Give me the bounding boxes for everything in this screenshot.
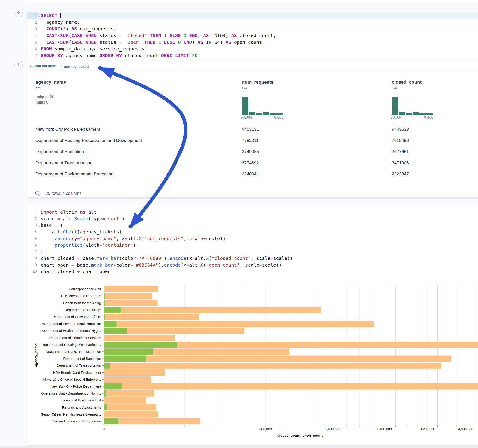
- closed-bar: [104, 307, 321, 313]
- column-stats: nulls: 0: [36, 100, 48, 105]
- line-number: 7: [27, 52, 37, 59]
- svg-text:Refunds and Adjustments: Refunds and Adjustments: [62, 406, 101, 409]
- svg-text:agency_name: agency_name: [34, 343, 38, 367]
- code-line: .encode(y="agency_name", x=alt.X("num_re…: [41, 235, 293, 242]
- line-number: 3: [27, 25, 37, 32]
- code-line: chart_closed = base.mark_bar(color="#FFC…: [41, 255, 293, 262]
- output-variable-chip[interactable]: agency_tickets: [61, 63, 89, 70]
- closed-bar: [104, 376, 151, 383]
- line-number: 7: [27, 249, 37, 255]
- column-histogram: [242, 97, 283, 115]
- open-bar: [104, 348, 153, 355]
- open-bar: [104, 300, 105, 306]
- open-bar: [104, 314, 105, 320]
- search-icon[interactable]: [34, 190, 41, 197]
- fold-chevron-icon[interactable]: ∨: [38, 13, 40, 20]
- table-cell: 2240041: [242, 168, 259, 180]
- svg-text:3,200,000: 3,200,000: [420, 427, 435, 431]
- column-stats: unique: 20: [36, 95, 54, 100]
- table-cell: Department of Housing Preservation and D…: [36, 135, 142, 146]
- table-row[interactable]: Department of Housing Preservation and D…: [33, 135, 478, 146]
- closed-bar: [104, 356, 451, 362]
- svg-text:0: 0: [103, 427, 105, 431]
- line-numbers: 1∨234567: [27, 12, 37, 59]
- svg-text:Department of Housing Preserva: Department of Housing Preservation …: [42, 343, 101, 347]
- line-number: 2: [27, 19, 37, 25]
- table-row[interactable]: Department of Sanitation37494853677651: [33, 146, 478, 157]
- closed-bar: [104, 286, 158, 292]
- column-type: i64: [392, 86, 397, 91]
- code-line: COUNT(*) AS num_requests,: [41, 25, 276, 32]
- svg-text:Department of Parks and Recrea: Department of Parks and Recreation: [46, 350, 101, 354]
- line-number: 5: [27, 235, 37, 242]
- code-line: alt.Chart(agency_tickets): [41, 229, 293, 235]
- closed-bar: [104, 314, 199, 320]
- table-row[interactable]: Department of Environmental Protection22…: [33, 168, 478, 180]
- svg-text:DHS Advantage Programs: DHS Advantage Programs: [61, 294, 101, 298]
- svg-text:800,000: 800,000: [259, 427, 272, 431]
- code-line: scale = alt.Scale(type="sqrt"): [41, 216, 293, 222]
- code-line: agency_name,: [41, 19, 276, 25]
- table-cell: Department of Transportation: [36, 157, 93, 169]
- line-number: 1: [27, 209, 37, 216]
- svg-text:Mayorâ€ s Office of Special En: Mayorâ€ s Office of Special Enforce…: [43, 378, 101, 381]
- open-bar: [104, 383, 121, 389]
- svg-text:Department of Buildings: Department of Buildings: [65, 308, 101, 312]
- column-histogram: [392, 97, 433, 115]
- table-cell: 7618456: [392, 135, 409, 146]
- svg-text:Department of Homeless Service: Department of Homeless Services: [49, 336, 101, 340]
- code-line: base = (: [41, 222, 293, 229]
- open-bar: [104, 342, 177, 348]
- line-number: 9: [27, 262, 37, 268]
- open-bar: [104, 362, 110, 369]
- column-type: str: [36, 86, 40, 91]
- svg-text:Department of Sanitation: Department of Sanitation: [63, 357, 101, 361]
- svg-text:Department of Environmental Pr: Department of Environmental Protection: [40, 322, 101, 326]
- next-cell-edge: [0, 446, 478, 448]
- line-number: 4: [27, 32, 37, 39]
- add-cell-button[interactable]: +: [14, 61, 23, 69]
- closed-bar: [104, 369, 165, 376]
- closed-bar: [104, 362, 441, 369]
- table-cell: 9443533: [392, 124, 409, 135]
- table-cell: 3677651: [392, 146, 409, 157]
- svg-text:Department of Health and Menta: Department of Health and Mental Hyg…: [40, 329, 101, 333]
- sql-code-editor[interactable]: SELECT agency_name, COUNT(*) AS num_requ…: [41, 12, 276, 59]
- code-line: SELECT: [41, 12, 276, 19]
- svg-text:Senior Citizen Rent Increase E: Senior Citizen Rent Increase Exempti…: [41, 412, 101, 416]
- line-number: 4: [27, 229, 37, 235]
- closed-bar: [104, 300, 157, 306]
- histogram-max: 9.5e6: [274, 115, 283, 120]
- open-bar: [104, 293, 105, 299]
- line-number: 6: [27, 46, 37, 52]
- line-numbers: 123∨45678910: [27, 209, 37, 275]
- open-bar: [104, 404, 107, 411]
- open-bar: [104, 321, 117, 327]
- line-number: 6: [27, 242, 37, 249]
- output-variable-label: Output variable:: [30, 64, 56, 68]
- previous-cell-edge: [27, 0, 478, 3]
- column-header[interactable]: closed_count: [392, 80, 421, 85]
- table-row[interactable]: New York City Police Department945313194…: [33, 124, 478, 135]
- python-code-editor[interactable]: import altair as altscale = alt.Scale(ty…: [41, 209, 293, 275]
- open-bar: [104, 418, 118, 424]
- svg-text:Taxi and Limousine Commission: Taxi and Limousine Commission: [52, 419, 101, 423]
- open-bar: [104, 390, 106, 397]
- line-number: 2: [27, 216, 37, 222]
- fold-chevron-icon[interactable]: ∨: [38, 223, 40, 229]
- text-cursor: [60, 13, 61, 18]
- add-cell-button[interactable]: +: [14, 9, 23, 17]
- column-header[interactable]: num_requests: [242, 80, 273, 85]
- closed-bar: [104, 293, 152, 299]
- table-cell: 9453131: [242, 124, 259, 135]
- svg-text:2,400,000: 2,400,000: [377, 427, 392, 431]
- table-summary: 20 rows, 4 columns: [46, 191, 82, 196]
- table-row[interactable]: Department of Transportation377489234719…: [33, 157, 478, 169]
- bar-chart: Correspondence UnitDHS Advantage Program…: [27, 270, 478, 445]
- table-cell: 3774892: [242, 157, 259, 169]
- column-header[interactable]: agency_name: [36, 80, 66, 85]
- svg-text:Department of Consumer Affairs: Department of Consumer Affairs: [52, 315, 101, 319]
- code-line: CAST(SUM(CASE WHEN status = 'Open' THEN …: [41, 39, 276, 46]
- table-cell: 3471908: [392, 157, 409, 169]
- open-bar: [104, 328, 126, 334]
